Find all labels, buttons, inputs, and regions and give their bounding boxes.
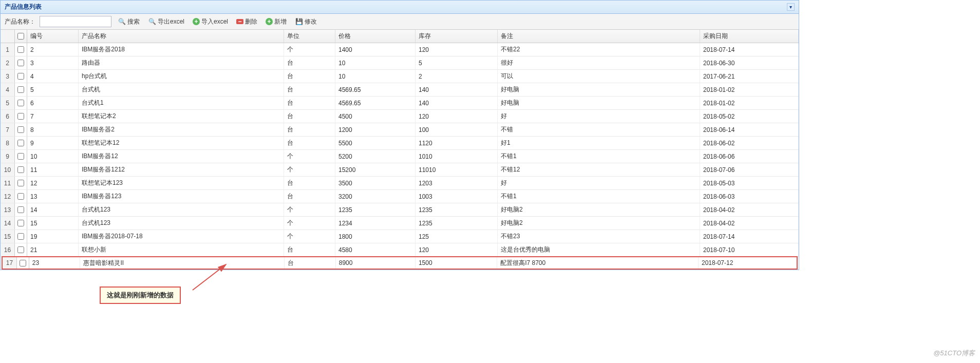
header-checkbox[interactable]: [15, 30, 27, 43]
cell-check[interactable]: [15, 243, 27, 256]
cell-check[interactable]: [15, 56, 27, 69]
cell-price: 1400: [335, 43, 416, 56]
table-row[interactable]: 1314台式机123个12351235好电脑22018-04-02: [1, 203, 799, 217]
cell-unit: 台: [284, 97, 335, 109]
table-row[interactable]: 1723惠普暗影精灵II台89001500配置很高I7 87002018-07-…: [2, 256, 798, 270]
header-stock[interactable]: 库存: [416, 30, 498, 43]
header-id[interactable]: 编号: [27, 30, 79, 43]
table-row[interactable]: 1621联想小新台4580120这是台优秀的电脑2018-07-10: [1, 243, 799, 257]
header-name[interactable]: 产品名称: [79, 30, 284, 43]
row-checkbox[interactable]: [17, 153, 24, 160]
toolbar: 产品名称： 🔍 搜索 🔍 导出excel + 导入excel − 删除 + 新增…: [1, 14, 799, 30]
cell-id: 3: [27, 56, 79, 69]
import-excel-button[interactable]: + 导入excel: [191, 16, 230, 27]
delete-icon: −: [236, 19, 243, 24]
table-row[interactable]: 67联想笔记本2台4500120好2018-05-02: [1, 110, 799, 123]
table-row[interactable]: 34hp台式机台102可以2017-06-21: [1, 70, 799, 83]
cell-remark: 不错1: [498, 150, 700, 163]
add-button[interactable]: + 新增: [263, 16, 289, 27]
cell-check[interactable]: [15, 43, 27, 56]
cell-date: 2018-07-06: [700, 163, 799, 176]
row-checkbox[interactable]: [20, 260, 26, 266]
cell-unit: 个: [284, 203, 335, 216]
cell-check[interactable]: [15, 137, 27, 149]
cell-rownum: 15: [1, 230, 15, 243]
edit-button[interactable]: 💾 修改: [293, 16, 319, 27]
table-row[interactable]: 12IBM服务器2018个1400120不错222018-07-14: [1, 43, 799, 56]
row-checkbox[interactable]: [17, 246, 24, 253]
row-checkbox[interactable]: [17, 100, 24, 106]
select-all-checkbox[interactable]: [17, 33, 24, 40]
cell-unit: 个: [284, 230, 335, 243]
row-checkbox[interactable]: [17, 233, 24, 240]
cell-check[interactable]: [15, 150, 27, 163]
table-row[interactable]: 910IBM服务器12个52001010不错12018-06-06: [1, 150, 799, 163]
cell-rownum: 16: [1, 243, 15, 256]
delete-button[interactable]: − 删除: [234, 16, 259, 27]
table-row[interactable]: 1213IBM服务器123台32001003不错12018-06-03: [1, 190, 799, 203]
cell-name: 台式机123: [79, 217, 284, 230]
cell-rownum: 4: [1, 83, 15, 96]
cell-check[interactable]: [15, 230, 27, 243]
header-date[interactable]: 采购日期: [700, 30, 799, 43]
table-row[interactable]: 56台式机1台4569.65140好电脑2018-01-02: [1, 97, 799, 110]
cell-price: 4569.65: [335, 83, 416, 96]
cell-check[interactable]: [15, 177, 27, 189]
cell-check[interactable]: [15, 70, 27, 83]
cell-check[interactable]: [17, 257, 29, 269]
row-checkbox[interactable]: [17, 220, 24, 226]
row-checkbox[interactable]: [17, 166, 24, 173]
export-excel-button[interactable]: 🔍 导出excel: [146, 16, 186, 27]
cell-date: 2018-01-02: [700, 97, 799, 109]
product-name-input[interactable]: [40, 16, 111, 27]
cell-name: 台式机123: [79, 203, 284, 216]
cell-rownum: 6: [1, 110, 15, 123]
cell-rownum: 2: [1, 56, 15, 69]
table-row[interactable]: 45台式机台4569.65140好电脑2018-01-02: [1, 83, 799, 97]
table-row[interactable]: 1415台式机123个12341235好电脑22018-04-02: [1, 217, 799, 230]
header-remark[interactable]: 备注: [498, 30, 700, 43]
collapse-icon[interactable]: ▾: [787, 3, 795, 11]
row-checkbox[interactable]: [17, 86, 24, 93]
cell-check[interactable]: [15, 217, 27, 230]
cell-check[interactable]: [15, 110, 27, 123]
row-checkbox[interactable]: [17, 126, 24, 133]
cell-price: 15200: [335, 163, 416, 176]
cell-name: IBM服务器2018: [79, 43, 284, 56]
cell-check[interactable]: [15, 163, 27, 176]
cell-remark: 好: [498, 177, 700, 189]
row-checkbox[interactable]: [17, 140, 24, 146]
row-checkbox[interactable]: [17, 73, 24, 80]
row-checkbox[interactable]: [17, 206, 24, 213]
row-checkbox[interactable]: [17, 46, 24, 53]
table-row[interactable]: 1011IBM服务器1212个1520011010不错122018-07-06: [1, 163, 799, 177]
row-checkbox[interactable]: [17, 60, 24, 66]
table-row[interactable]: 78IBM服务器2台1200100不错2018-06-14: [1, 123, 799, 137]
table-row[interactable]: 1112联想笔记本123台35001203好2018-05-03: [1, 177, 799, 190]
table-row[interactable]: 1519IBM服务器2018-07-18个1800125不错232018-07-…: [1, 230, 799, 243]
cell-check[interactable]: [15, 97, 27, 109]
cell-rownum: 12: [1, 190, 15, 203]
cell-price: 1200: [335, 123, 416, 136]
cell-name: 台式机1: [79, 97, 284, 109]
cell-check[interactable]: [15, 190, 27, 203]
cell-remark: 好电脑: [498, 97, 700, 109]
cell-check[interactable]: [15, 123, 27, 136]
cell-rownum: 3: [1, 70, 15, 83]
cell-stock: 125: [416, 230, 498, 243]
cell-check[interactable]: [15, 203, 27, 216]
cell-price: 3200: [335, 190, 416, 203]
cell-check[interactable]: [15, 83, 27, 96]
search-button[interactable]: 🔍 搜索: [116, 16, 142, 27]
header-price[interactable]: 价格: [335, 30, 416, 43]
cell-stock: 1120: [416, 137, 498, 149]
table-row[interactable]: 23路由器台105很好2018-06-30: [1, 56, 799, 70]
cell-price: 4580: [335, 243, 416, 256]
row-checkbox[interactable]: [17, 180, 24, 186]
cell-id: 9: [27, 137, 79, 149]
row-checkbox[interactable]: [17, 113, 24, 120]
row-checkbox[interactable]: [17, 193, 24, 200]
header-unit[interactable]: 单位: [284, 30, 335, 43]
table-row[interactable]: 89联想笔记本12台55001120好12018-06-02: [1, 137, 799, 150]
cell-id: 4: [27, 70, 79, 83]
